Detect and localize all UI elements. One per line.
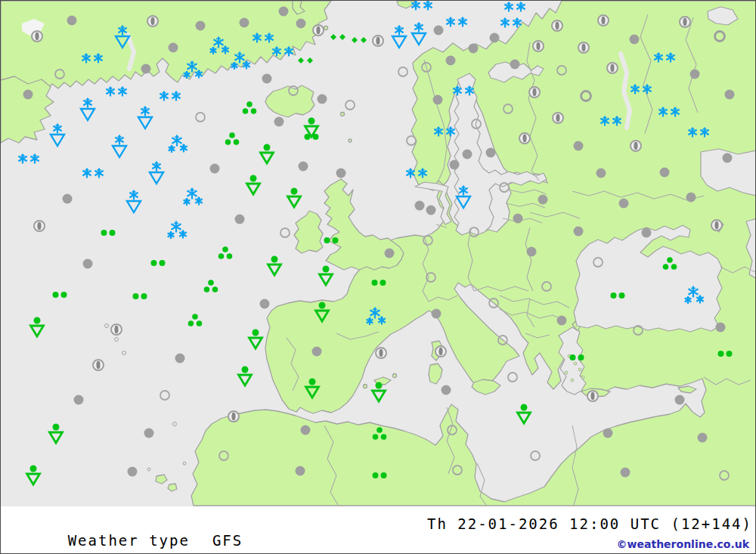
wx-partly-cloudy-symbol — [32, 31, 42, 42]
wx-overcast-symbol — [642, 228, 652, 238]
wx-partly-cloudy-symbol — [373, 36, 383, 46]
wx-overcast-symbol — [296, 466, 305, 476]
wx-overcast-symbol — [660, 168, 670, 178]
wx-overcast-symbol — [450, 160, 460, 170]
wx-partly-cloudy-symbol — [711, 220, 722, 231]
wx-partly-cloudy-symbol — [93, 360, 104, 370]
wx-overcast-symbol — [716, 323, 726, 333]
valid-time-label: Th 22-01-2026 12:00 UTC (12+144) — [427, 515, 752, 532]
wx-partly-cloudy-symbol — [631, 141, 641, 151]
copyright-link[interactable]: ©weatheronline.co.uk — [617, 538, 749, 550]
wx-partly-cloudy-symbol — [533, 41, 544, 51]
wx-overcast-symbol — [318, 94, 327, 104]
wx-overcast-symbol — [433, 95, 443, 105]
wx-partly-cloudy-symbol — [228, 411, 239, 422]
wx-overcast-symbol — [621, 468, 631, 478]
wx-overcast-symbol — [619, 199, 629, 209]
wx-overcast-symbol — [510, 60, 520, 70]
wx-overcast-symbol — [260, 299, 270, 309]
wx-overcast-symbol — [262, 74, 272, 84]
wx-overcast-symbol — [74, 395, 84, 405]
wx-partly-cloudy-symbol — [607, 63, 618, 73]
wx-partly-cloudy-symbol — [553, 113, 563, 123]
wx-partly-cloudy-symbol — [578, 42, 589, 53]
wx-overcast-symbol — [446, 56, 456, 66]
wx-overcast-symbol — [144, 429, 154, 438]
wx-overcast-symbol — [538, 195, 548, 205]
weather-map-page: Weather typeGFS Th 22-01-2026 12:00 UTC … — [0, 0, 756, 554]
wx-partly-cloudy-symbol — [376, 348, 386, 358]
wx-overcast-symbol — [235, 215, 245, 224]
status-bar: Weather typeGFS Th 22-01-2026 12:00 UTC … — [1, 506, 756, 554]
wx-overcast-symbol — [141, 64, 151, 74]
wx-overcast-symbol — [675, 395, 685, 405]
wx-partly-cloudy-symbol — [680, 17, 690, 27]
wx-partly-cloudy-symbol — [111, 324, 122, 335]
wx-overcast-symbol — [690, 70, 700, 79]
wx-partly-cloudy-symbol — [587, 391, 598, 401]
map-parameter-label: Weather typeGFS — [7, 515, 243, 554]
wx-overcast-symbol — [686, 193, 696, 203]
wx-overcast-symbol — [169, 43, 178, 53]
wx-partly-cloudy-symbol — [529, 87, 540, 97]
wx-overcast-symbol — [698, 433, 708, 443]
map-region — [1, 1, 756, 506]
wx-partly-cloudy-symbol — [34, 221, 45, 231]
ibiza — [364, 385, 367, 388]
wx-overcast-symbol — [574, 227, 584, 237]
wx-overcast-symbol — [432, 309, 442, 319]
wx-overcast-symbol — [434, 26, 444, 36]
wx-overcast-symbol — [23, 90, 33, 100]
faroe — [324, 26, 328, 30]
wx-overcast-symbol — [596, 169, 606, 178]
orkney — [349, 139, 352, 142]
wx-overcast-symbol — [175, 354, 185, 364]
wx-overcast-symbol — [210, 164, 220, 174]
wx-overcast-symbol — [490, 33, 500, 43]
wx-partly-cloudy-symbol — [598, 15, 609, 26]
shetland — [341, 113, 345, 116]
wx-overcast-symbol — [67, 16, 77, 26]
wx-partly-cloudy-symbol — [313, 25, 324, 36]
wx-overcast-symbol — [385, 249, 395, 258]
wx-overcast-symbol — [426, 206, 436, 215]
wx-overcast-symbol — [725, 90, 735, 100]
wx-overcast-symbol — [442, 385, 451, 395]
wx-overcast-symbol — [279, 7, 289, 17]
parameter-name: Weather type — [68, 532, 190, 549]
wx-overcast-symbol — [336, 169, 346, 178]
europe-weather-map — [1, 1, 756, 506]
wx-overcast-symbol — [301, 426, 311, 435]
wx-partly-cloudy-symbol — [519, 133, 530, 144]
wx-overcast-symbol — [723, 153, 733, 163]
wx-overcast-symbol — [574, 141, 584, 151]
wx-overcast-symbol — [83, 259, 93, 269]
wx-overcast-symbol — [296, 19, 306, 29]
wx-overcast-symbol — [527, 247, 537, 257]
wx-overcast-symbol — [630, 35, 640, 45]
wx-overcast-symbol — [513, 214, 523, 224]
wx-overcast-symbol — [603, 429, 613, 438]
menorca — [393, 374, 397, 378]
wx-overcast-symbol — [196, 21, 206, 31]
wx-overcast-symbol — [469, 44, 479, 54]
wx-partly-cloudy-symbol — [552, 20, 562, 31]
wx-overcast-symbol — [274, 117, 284, 127]
model-name: GFS — [212, 532, 243, 549]
wx-overcast-symbol — [240, 18, 249, 28]
wx-overcast-symbol — [557, 316, 567, 326]
wx-overcast-symbol — [128, 467, 138, 477]
wx-overcast-symbol — [415, 201, 425, 211]
wx-overcast-symbol — [486, 148, 496, 158]
wx-partly-cloudy-symbol — [435, 346, 446, 357]
wx-overcast-symbol — [312, 347, 322, 357]
wx-overcast-symbol — [463, 150, 472, 159]
wx-overcast-symbol — [299, 162, 308, 172]
wx-partly-cloudy-symbol — [147, 16, 158, 26]
wx-overcast-symbol — [63, 194, 73, 204]
